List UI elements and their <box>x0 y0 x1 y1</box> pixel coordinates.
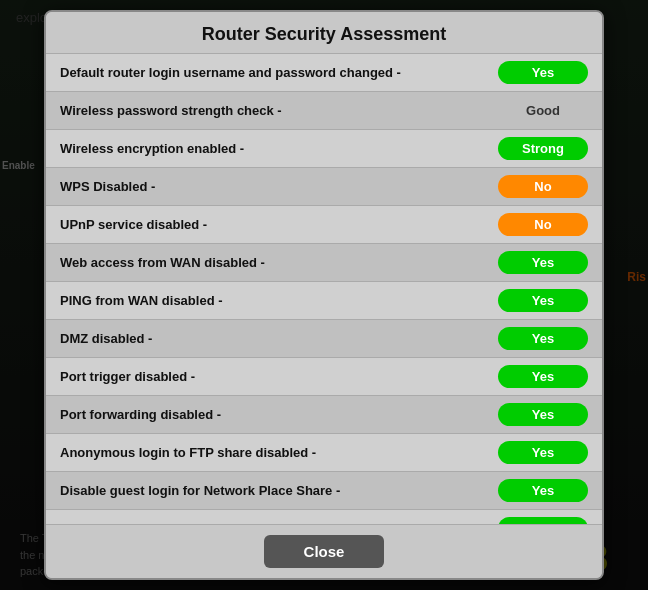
row-value: Strong <box>498 137 588 160</box>
table-row: Web access from WAN disabled -Yes <box>46 244 602 282</box>
row-value: Yes <box>498 441 588 464</box>
row-label: Web access from WAN disabled - <box>60 255 498 270</box>
table-row: Anonymous login to FTP share disabled -Y… <box>46 434 602 472</box>
row-value: Yes <box>498 289 588 312</box>
table-row: Disable guest login for Network Place Sh… <box>46 472 602 510</box>
modal-title: Router Security Assessment <box>46 12 602 54</box>
row-value: Yes <box>498 327 588 350</box>
row-label: Disable guest login for Network Place Sh… <box>60 483 498 498</box>
row-label: Wireless encryption enabled - <box>60 141 498 156</box>
row-label: Port forwarding disabled - <box>60 407 498 422</box>
table-row: PING from WAN disabled -Yes <box>46 282 602 320</box>
row-label: Default router login username and passwo… <box>60 65 498 80</box>
table-row: Wireless password strength check -Good <box>46 92 602 130</box>
row-value: Yes <box>498 365 588 388</box>
table-row: Default router login username and passwo… <box>46 54 602 92</box>
row-label: Wireless password strength check - <box>60 103 498 118</box>
table-row: Port trigger disabled -Yes <box>46 358 602 396</box>
row-label: Port trigger disabled - <box>60 369 498 384</box>
row-value: Yes <box>498 251 588 274</box>
row-value: Yes <box>498 517 588 524</box>
table-row: Wireless encryption enabled -Strong <box>46 130 602 168</box>
modal-footer: Close <box>46 524 602 578</box>
row-value: Good <box>498 99 588 122</box>
row-value: No <box>498 213 588 236</box>
row-label: Anonymous login to FTP share disabled - <box>60 445 498 460</box>
row-label: WPS Disabled - <box>60 179 498 194</box>
table-row: UPnP service disabled -No <box>46 206 602 244</box>
row-label: PING from WAN disabled - <box>60 293 498 308</box>
modal-dialog: Router Security Assessment Default route… <box>44 10 604 580</box>
row-value: Yes <box>498 61 588 84</box>
modal-table: Default router login username and passwo… <box>46 54 602 524</box>
row-value: Yes <box>498 403 588 426</box>
close-button[interactable]: Close <box>264 535 385 568</box>
table-row: WPS Disabled -No <box>46 168 602 206</box>
table-row: Malicious Website Blocking enabled -Yes <box>46 510 602 524</box>
row-label: UPnP service disabled - <box>60 217 498 232</box>
row-value: No <box>498 175 588 198</box>
table-row: Port forwarding disabled -Yes <box>46 396 602 434</box>
row-label: DMZ disabled - <box>60 331 498 346</box>
row-value: Yes <box>498 479 588 502</box>
table-row: DMZ disabled -Yes <box>46 320 602 358</box>
modal-overlay: Router Security Assessment Default route… <box>0 0 648 590</box>
